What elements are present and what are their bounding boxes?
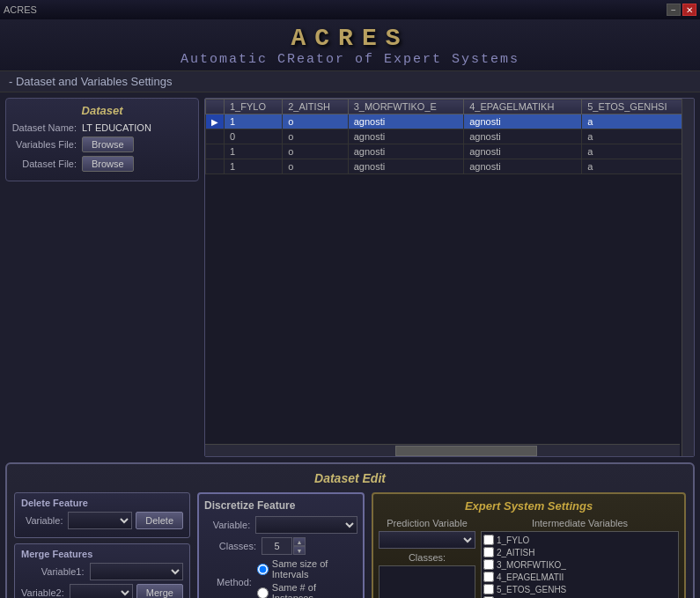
bottom-section: Dataset Edit Delete Feature Variable: De… bbox=[0, 462, 700, 598]
row-arrow: ▶ bbox=[206, 114, 225, 129]
row-indicator bbox=[206, 144, 225, 159]
list-item: 3_MORFWTIKO_ bbox=[483, 558, 676, 571]
scrollbar-thumb[interactable] bbox=[395, 446, 538, 456]
table-cell: agnosti bbox=[348, 129, 463, 144]
table-cell: a bbox=[582, 159, 694, 174]
vertical-scrollbar[interactable] bbox=[682, 99, 694, 456]
disc-variable-select[interactable] bbox=[255, 516, 357, 534]
table-cell: agnosti bbox=[348, 159, 463, 174]
var5-checkbox[interactable] bbox=[483, 584, 494, 594]
table-cell: agnosti bbox=[464, 129, 582, 144]
merge-features-button[interactable]: Merge bbox=[136, 584, 183, 598]
table-cell: a bbox=[582, 114, 694, 129]
horizontal-scrollbar[interactable] bbox=[205, 444, 680, 456]
table-cell: agnosti bbox=[464, 144, 582, 159]
expert-settings-box: Expert System Settings Prediction Variab… bbox=[372, 492, 686, 598]
spin-down-arrow[interactable]: ▼ bbox=[293, 546, 306, 555]
table-cell: 1 bbox=[225, 144, 283, 159]
edit-row: Delete Feature Variable: Delete Merge Fe… bbox=[14, 492, 686, 598]
var4-label: 4_EPAGELMATII bbox=[497, 572, 564, 582]
var2-checkbox[interactable] bbox=[483, 547, 494, 557]
intermediate-col: Intermediate Variables 1_FYLO 2_AITISH bbox=[481, 518, 679, 598]
table-row[interactable]: 1 o agnosti agnosti a bbox=[206, 144, 694, 159]
window-title: ACRES bbox=[4, 4, 37, 15]
classes-label: Classes: bbox=[379, 552, 475, 563]
dataset-browse-button[interactable]: Browse bbox=[82, 156, 134, 172]
left-panel: Dataset Dataset Name: LT EDUCATION Varia… bbox=[5, 98, 199, 457]
dataset-panel: Dataset Dataset Name: LT EDUCATION Varia… bbox=[5, 98, 199, 181]
dataset-name-row: Dataset Name: LT EDUCATION bbox=[11, 122, 193, 133]
dataset-panel-title: Dataset bbox=[11, 104, 193, 117]
table-cell: agnosti bbox=[348, 114, 463, 129]
disc-variable-label: Variable: bbox=[204, 520, 255, 530]
variable1-select[interactable] bbox=[90, 563, 184, 580]
variable1-label: Variable1: bbox=[21, 566, 90, 577]
left-edit-col: Delete Feature Variable: Delete Merge Fe… bbox=[14, 492, 190, 598]
table-row[interactable]: 0 o agnosti agnosti a bbox=[206, 129, 694, 144]
variables-browse-button[interactable]: Browse bbox=[82, 137, 134, 152]
table-header-row: 1_FYLO 2_AITISH 3_MORFWTIKO_E 4_EPAGELMA… bbox=[206, 100, 694, 114]
disc-method-row: Method: Same size of Intervals Same # of… bbox=[204, 558, 357, 598]
dataset-name-label: Dataset Name: bbox=[11, 122, 82, 133]
disc-variable-row: Variable: bbox=[204, 516, 357, 534]
classes-area: Classes: bbox=[379, 552, 475, 598]
var1-label: 1_FYLO bbox=[497, 535, 529, 545]
data-table-area: 1_FYLO 2_AITISH 3_MORFWTIKO_E 4_EPAGELMA… bbox=[204, 98, 695, 457]
var4-checkbox[interactable] bbox=[483, 572, 494, 582]
title-bar: ACRES − ✕ bbox=[0, 0, 700, 19]
list-item: 2_AITISH bbox=[483, 546, 676, 558]
close-button[interactable]: ✕ bbox=[682, 4, 696, 16]
variable1-row: Variable1: bbox=[21, 563, 183, 580]
dataset-file-row: Dataset File: Browse bbox=[11, 156, 193, 172]
variables-file-row: Variables File: Browse bbox=[11, 137, 193, 152]
dataset-edit-title: Dataset Edit bbox=[14, 471, 686, 485]
classes-input-area bbox=[379, 565, 475, 598]
prediction-variable-select[interactable] bbox=[379, 531, 475, 549]
data-table: 1_FYLO 2_AITISH 3_MORFWTIKO_E 4_EPAGELMA… bbox=[205, 99, 694, 174]
disc-method-options: Same size of Intervals Same # of Instanc… bbox=[257, 558, 357, 598]
table-cell: o bbox=[283, 144, 348, 159]
table-col-5: 5_ETOS_GENHSI bbox=[582, 100, 694, 114]
variable2-row: Variable2: Merge bbox=[21, 584, 183, 598]
disc-classes-input[interactable]: 5 bbox=[262, 537, 292, 555]
delete-feature-panel: Delete Feature Variable: Delete bbox=[14, 492, 190, 538]
minimize-button[interactable]: − bbox=[667, 4, 681, 16]
table-cell: 1 bbox=[225, 114, 283, 129]
var1-checkbox[interactable] bbox=[483, 535, 494, 545]
var3-label: 3_MORFWTIKO_ bbox=[497, 560, 566, 570]
spin-up-arrow[interactable]: ▲ bbox=[293, 537, 306, 546]
variable2-select[interactable] bbox=[70, 584, 133, 598]
disc-option2-label: Same # of Instances bbox=[272, 582, 357, 598]
delete-variable-select[interactable] bbox=[68, 512, 132, 529]
data-table-scroll[interactable]: 1_FYLO 2_AITISH 3_MORFWTIKO_E 4_EPAGELMA… bbox=[205, 99, 694, 456]
spin-arrows: ▲ ▼ bbox=[293, 537, 306, 555]
app-header: ACRES Automatic CReator of Expert System… bbox=[0, 19, 700, 71]
discretize-panel: Discretize Feature Variable: Classes: 5 … bbox=[197, 492, 365, 598]
prediction-label: Prediction Variable bbox=[379, 518, 475, 528]
disc-option2-radio[interactable] bbox=[257, 587, 269, 599]
intermediate-label: Intermediate Variables bbox=[481, 518, 679, 528]
disc-classes-row: Classes: 5 ▲ ▼ bbox=[204, 537, 357, 555]
table-col-2: 2_AITISH bbox=[283, 100, 348, 114]
var2-label: 2_AITISH bbox=[497, 548, 534, 557]
row-indicator bbox=[206, 159, 225, 174]
delete-button[interactable]: Delete bbox=[136, 512, 183, 529]
table-cell: 0 bbox=[225, 129, 283, 144]
variables-file-label: Variables File: bbox=[11, 139, 82, 150]
expert-settings-title: Expert System Settings bbox=[379, 499, 679, 513]
table-row[interactable]: ▶ 1 o agnosti agnosti a bbox=[206, 114, 694, 129]
var3-checkbox[interactable] bbox=[483, 559, 494, 570]
variable2-label: Variable2: bbox=[21, 587, 70, 598]
mid-edit-col: Discretize Feature Variable: Classes: 5 … bbox=[197, 492, 365, 598]
expert-settings-col: Expert System Settings Prediction Variab… bbox=[372, 492, 686, 598]
table-header-row-indicator bbox=[206, 100, 225, 114]
disc-option1-label: Same size of Intervals bbox=[272, 558, 357, 580]
disc-option1-row: Same size of Intervals bbox=[257, 558, 357, 580]
delete-variable-row: Variable: Delete bbox=[21, 512, 183, 529]
page-title: - Dataset and Variables Settings bbox=[0, 71, 700, 92]
window-controls: − ✕ bbox=[667, 4, 696, 16]
dataset-file-label: Dataset File: bbox=[11, 159, 82, 169]
disc-option1-radio[interactable] bbox=[257, 564, 269, 575]
list-item: 1_FYLO bbox=[483, 534, 676, 546]
table-row[interactable]: 1 o agnosti agnosti a bbox=[206, 159, 694, 174]
